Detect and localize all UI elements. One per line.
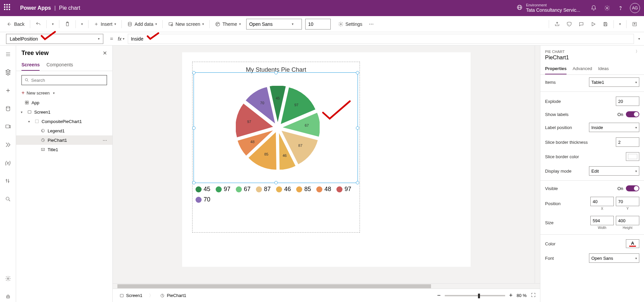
tree-item-legend[interactable]: Legend1 xyxy=(16,126,112,135)
tree-search-box[interactable] xyxy=(21,75,107,85)
tree-item-title[interactable]: Title1 xyxy=(16,145,112,154)
tree-item-composite[interactable]: ▾ CompositePieChart1 xyxy=(16,117,112,126)
svg-text:97: 97 xyxy=(294,103,298,107)
svg-point-12 xyxy=(217,24,217,25)
prop-items-select[interactable]: Table1▾ xyxy=(589,77,639,87)
prop-showlabels-label: Show labels xyxy=(545,112,569,117)
prop-color-button[interactable]: A xyxy=(626,239,639,248)
prop-font-select[interactable]: Open Sans▾ xyxy=(589,253,639,263)
zoom-in-button[interactable]: + xyxy=(509,292,513,299)
tab-screens[interactable]: Screens xyxy=(21,59,40,71)
props-expand-icon[interactable]: 〉 xyxy=(636,49,639,54)
prop-visible-toggle[interactable] xyxy=(626,185,639,191)
zoom-slider[interactable] xyxy=(445,295,505,296)
help-icon[interactable] xyxy=(614,1,627,15)
user-avatar[interactable]: AG xyxy=(630,3,640,13)
canvas-vertical-scrollbar[interactable] xyxy=(535,46,540,283)
pie-chart[interactable]: 459767874685489770 xyxy=(236,86,320,170)
props-tab-properties[interactable]: Properties xyxy=(545,63,567,74)
add-data-button[interactable]: Add data ▾ xyxy=(124,19,160,29)
checker-icon[interactable] xyxy=(564,19,575,29)
rail-settings-icon[interactable] xyxy=(3,273,13,284)
title-separator: | xyxy=(54,5,56,11)
props-tab-ideas[interactable]: Ideas xyxy=(598,63,609,74)
rail-virtual-agent-icon[interactable] xyxy=(3,291,13,302)
more-button[interactable]: ⋯ xyxy=(366,19,376,29)
tree-item-more-icon[interactable]: ⋯ xyxy=(103,138,110,143)
tree-new-screen-button[interactable]: + New screen ▾ xyxy=(16,88,112,98)
notifications-icon[interactable] xyxy=(587,1,600,15)
fit-to-screen-icon[interactable] xyxy=(531,292,536,299)
prop-pos-x-input[interactable] xyxy=(590,197,614,206)
tab-components[interactable]: Components xyxy=(46,59,73,71)
formula-input[interactable]: Inside xyxy=(128,34,634,44)
rail-media-icon[interactable] xyxy=(3,121,13,132)
prop-showlabels-toggle[interactable] xyxy=(626,111,639,117)
legend-item: 46 xyxy=(276,186,291,193)
publish-icon[interactable] xyxy=(629,19,640,29)
tree-search-input[interactable] xyxy=(31,78,104,83)
breadcrumb-screen[interactable]: Screen1 xyxy=(117,292,145,299)
undo-chevron[interactable]: ▾ xyxy=(49,20,56,28)
legend-item: 97 xyxy=(336,186,351,193)
svg-rect-31 xyxy=(28,111,31,113)
save-chevron[interactable]: ▾ xyxy=(616,20,624,28)
prop-height-input[interactable] xyxy=(616,216,639,225)
font-family-select[interactable]: Open Sans▾ xyxy=(246,19,302,29)
prop-bordercolor-swatch[interactable] xyxy=(626,152,639,161)
environment-picker[interactable]: Environment Tata Consultancy Servic... xyxy=(517,3,580,13)
breadcrumb-chart-label: PieChart1 xyxy=(167,293,186,298)
tree-close-icon[interactable]: ✕ xyxy=(103,50,107,56)
canvas-horizontal-scrollbar[interactable] xyxy=(113,283,540,289)
theme-button[interactable]: Theme ▾ xyxy=(212,19,244,29)
settings-button[interactable]: Settings xyxy=(335,19,365,29)
app-name: Power Apps xyxy=(20,5,51,11)
waffle-icon[interactable] xyxy=(4,4,12,12)
font-size-input[interactable] xyxy=(305,19,331,29)
rail-insert-icon[interactable] xyxy=(3,85,13,96)
zoom-out-button[interactable]: − xyxy=(437,292,441,299)
tree-item-screen1[interactable]: ▾ Screen1 xyxy=(16,107,112,117)
formula-expand-button[interactable]: ▾ xyxy=(634,37,644,41)
tree-item-app[interactable]: App xyxy=(16,98,112,107)
prop-explode-input[interactable] xyxy=(616,97,639,106)
paste-button[interactable] xyxy=(62,19,73,29)
rail-advanced-tools-icon[interactable] xyxy=(3,176,13,186)
canvas-scroll[interactable]: My Students Pie Chart 459767874685489770… xyxy=(113,46,540,283)
insert-button[interactable]: Insert ▾ xyxy=(91,19,119,29)
back-button[interactable]: Back xyxy=(4,19,27,29)
comments-icon[interactable] xyxy=(576,19,587,29)
svg-rect-14 xyxy=(604,22,606,23)
rail-treeview-icon[interactable] xyxy=(3,67,13,78)
undo-button[interactable] xyxy=(33,19,44,29)
settings-gear-icon[interactable] xyxy=(600,1,614,15)
property-selector[interactable]: LabelPosition ▾ xyxy=(6,34,103,44)
share-icon[interactable] xyxy=(552,19,562,29)
title-icon xyxy=(40,147,46,152)
rail-hamburger-icon[interactable] xyxy=(3,49,13,60)
save-icon[interactable] xyxy=(600,19,611,29)
prop-width-input[interactable] xyxy=(590,216,614,225)
prop-borderthick-input[interactable] xyxy=(616,137,639,147)
prop-explode-label: Explode xyxy=(545,99,561,104)
prop-displaymode-select[interactable]: Edit▾ xyxy=(589,166,639,176)
props-tab-advanced[interactable]: Advanced xyxy=(573,63,592,74)
prop-size-label: Size xyxy=(545,220,553,225)
svg-point-26 xyxy=(25,78,28,81)
prop-labelpos-select[interactable]: Inside▾ xyxy=(589,123,639,132)
rail-power-automate-icon[interactable] xyxy=(3,139,13,150)
prop-pos-y-input[interactable] xyxy=(616,197,639,206)
new-screen-button[interactable]: New screen ▾ xyxy=(165,19,207,29)
breadcrumb-chart[interactable]: PieChart1 xyxy=(157,292,189,299)
search-icon xyxy=(24,78,29,82)
paste-chevron[interactable]: ▾ xyxy=(78,20,86,28)
canvas-page[interactable]: My Students Pie Chart 459767874685489770… xyxy=(182,52,471,267)
chart-legend: 459767874685489770 xyxy=(196,186,360,203)
rail-data-icon[interactable] xyxy=(3,103,13,114)
rail-search-icon[interactable] xyxy=(3,194,13,204)
tree-item-piechart-label: PieChart1 xyxy=(48,138,67,143)
environment-label: Environment xyxy=(526,3,580,7)
tree-item-piechart[interactable]: PieChart1 ⋯ xyxy=(16,135,112,145)
play-icon[interactable] xyxy=(588,19,599,29)
rail-variables-icon[interactable]: (x) xyxy=(3,158,13,168)
